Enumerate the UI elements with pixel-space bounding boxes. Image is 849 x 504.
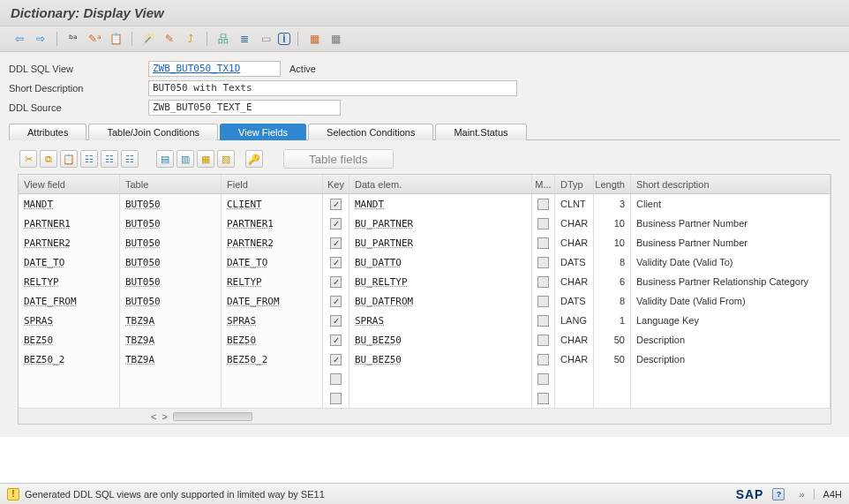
cell-data-elem[interactable]: BU_BEZ50 — [349, 350, 532, 369]
cell-data-elem[interactable]: BU_PARTNER — [349, 233, 532, 252]
col-data-elem[interactable]: Data elem. — [349, 175, 532, 194]
col-field[interactable]: Field — [222, 175, 323, 194]
tab-maint-status[interactable]: Maint.Status — [435, 124, 526, 140]
edit-icon[interactable]: ✎ — [161, 30, 178, 48]
cell-field[interactable]: CLIENT — [222, 194, 323, 214]
menu-indicator-icon[interactable]: » — [799, 489, 804, 500]
scroll-right-icon[interactable]: > — [162, 411, 167, 422]
cell-view-field[interactable]: PARTNER2 — [19, 233, 120, 252]
short-desc-value[interactable]: BUT050 with Texts — [148, 80, 517, 96]
cell-table[interactable] — [120, 388, 222, 408]
tab-attributes[interactable]: Attributes — [9, 124, 86, 140]
cell-field[interactable]: PARTNER1 — [222, 214, 323, 233]
cell-table[interactable]: TBZ9A — [120, 350, 222, 369]
cell-field[interactable]: BEZ50_2 — [222, 350, 323, 369]
cell-table[interactable]: BUT050 — [120, 214, 222, 233]
cell-view-field[interactable]: DATE_FROM — [19, 291, 120, 311]
table-row-empty[interactable] — [19, 369, 830, 388]
table-row[interactable]: BEZ50TBZ9ABEZ50BU_BEZ50CHAR50Description — [19, 330, 830, 350]
table-row-empty[interactable] — [19, 388, 830, 408]
duplicate-row-icon[interactable]: ☷ — [121, 150, 139, 168]
display-toggle-icon[interactable]: ᵇᵃ — [64, 30, 82, 48]
cell-table[interactable]: BUT050 — [120, 252, 222, 272]
col-key[interactable]: Key — [323, 175, 349, 194]
cell-view-field[interactable]: BEZ50_2 — [19, 350, 120, 369]
cell-data-elem[interactable]: BU_DATFROM — [349, 291, 532, 311]
cell-field[interactable]: DATE_TO — [222, 252, 323, 272]
index-icon[interactable]: ≣ — [236, 30, 253, 48]
col-length[interactable]: Length — [594, 175, 631, 194]
cut-icon[interactable]: ✂ — [19, 150, 37, 168]
scroll-left-icon[interactable]: < — [151, 411, 156, 422]
cell-view-field[interactable]: DATE_TO — [19, 252, 120, 272]
cell-table[interactable]: TBZ9A — [120, 311, 222, 330]
cell-data-elem[interactable]: BU_RELTYP — [349, 272, 532, 291]
cell-field[interactable]: PARTNER2 — [222, 233, 323, 252]
ddl-sql-view-value[interactable]: ZWB_BUT050_TX1D — [148, 61, 281, 77]
tab-view-fields[interactable]: View Fields — [220, 124, 306, 140]
goto-icon[interactable]: ⤴ — [182, 30, 199, 48]
cell-field[interactable]: BEZ50 — [222, 330, 323, 350]
cell-data-elem[interactable]: MANDT — [349, 194, 532, 214]
cell-data-elem[interactable]: BU_DATTO — [349, 252, 532, 272]
cell-table[interactable]: BUT050 — [120, 291, 222, 311]
info-icon[interactable]: i — [278, 33, 290, 45]
cell-view-field[interactable]: BEZ50 — [19, 330, 120, 350]
select-all-icon[interactable]: ▦ — [197, 150, 214, 168]
ddl-source-value[interactable]: ZWB_BUT050_TEXT_E — [148, 100, 341, 116]
cell-table[interactable] — [120, 369, 222, 388]
back-icon[interactable]: ⇦ — [11, 30, 28, 48]
table-row[interactable]: DATE_FROMBUT050DATE_FROMBU_DATFROMDATS8V… — [19, 291, 830, 311]
horizontal-scrollbar[interactable] — [173, 412, 252, 421]
expand-icon[interactable]: ▤ — [156, 150, 174, 168]
table-row[interactable]: DATE_TOBUT050DATE_TOBU_DATTODATS8Validit… — [19, 252, 830, 272]
cell-data-elem[interactable]: BU_BEZ50 — [349, 330, 532, 350]
collapse-icon[interactable]: ▥ — [177, 150, 194, 168]
check-icon[interactable]: ✎ᵃ — [86, 30, 103, 48]
cell-table[interactable]: BUT050 — [120, 194, 222, 214]
table-row[interactable]: PARTNER1BUT050PARTNER1BU_PARTNERCHAR10Bu… — [19, 214, 830, 233]
copy-icon[interactable]: ⧉ — [40, 150, 57, 168]
cell-view-field[interactable]: RELTYP — [19, 272, 120, 291]
cell-field[interactable]: RELTYP — [222, 272, 323, 291]
activate-icon[interactable]: 📋 — [107, 30, 124, 48]
cell-table[interactable]: BUT050 — [120, 272, 222, 291]
cell-data-elem[interactable] — [349, 388, 532, 408]
cell-view-field[interactable]: MANDT — [19, 194, 120, 214]
cell-data-elem[interactable] — [349, 369, 532, 388]
cell-field[interactable]: DATE_FROM — [222, 291, 323, 311]
col-view-field[interactable]: View field — [19, 175, 120, 194]
key-icon[interactable]: 🔑 — [245, 150, 263, 168]
cell-view-field[interactable]: PARTNER1 — [19, 214, 120, 233]
paste-icon[interactable]: 📋 — [60, 150, 78, 168]
table-row[interactable]: PARTNER2BUT050PARTNER2BU_PARTNERCHAR10Bu… — [19, 233, 830, 252]
cell-table[interactable]: BUT050 — [120, 233, 222, 252]
help-icon[interactable]: ? — [772, 488, 785, 500]
table-row[interactable]: BEZ50_2TBZ9ABEZ50_2BU_BEZ50CHAR50Descrip… — [19, 350, 830, 369]
contents-icon[interactable]: ▦ — [305, 30, 323, 48]
cell-table[interactable]: TBZ9A — [120, 330, 222, 350]
table-fields-button[interactable]: Table fields — [283, 149, 394, 169]
grid-icon[interactable]: ▦ — [327, 30, 344, 48]
table-row[interactable]: MANDTBUT050CLIENTMANDTCLNT3Client — [19, 194, 830, 214]
col-table[interactable]: Table — [120, 175, 222, 194]
cell-field[interactable] — [222, 388, 323, 408]
insert-row-icon[interactable]: ☷ — [80, 150, 98, 168]
tab-selection-conditions[interactable]: Selection Conditions — [308, 124, 433, 140]
table-row[interactable]: SPRASTBZ9ASPRASSPRASLANG1Language Key — [19, 311, 830, 330]
deselect-icon[interactable]: ▧ — [217, 150, 235, 168]
cell-data-elem[interactable]: SPRAS — [349, 311, 532, 330]
cell-field[interactable]: SPRAS — [222, 311, 323, 330]
hierarchy-icon[interactable]: 品 — [214, 30, 232, 48]
cell-view-field[interactable] — [19, 369, 120, 388]
col-dtyp[interactable]: DTyp — [555, 175, 594, 194]
tab-table-join-conditions[interactable]: Table/Join Conditions — [88, 124, 218, 140]
cell-view-field[interactable]: SPRAS — [19, 311, 120, 330]
table-row[interactable]: RELTYPBUT050RELTYPBU_RELTYPCHAR6Business… — [19, 272, 830, 291]
tech-settings-icon[interactable]: ▭ — [257, 30, 274, 48]
cell-field[interactable] — [222, 369, 323, 388]
forward-icon[interactable]: ⇨ — [32, 30, 49, 48]
col-m[interactable]: M... — [532, 175, 555, 194]
wand-icon[interactable]: 🪄 — [139, 30, 157, 48]
col-short-desc[interactable]: Short description — [631, 175, 830, 194]
